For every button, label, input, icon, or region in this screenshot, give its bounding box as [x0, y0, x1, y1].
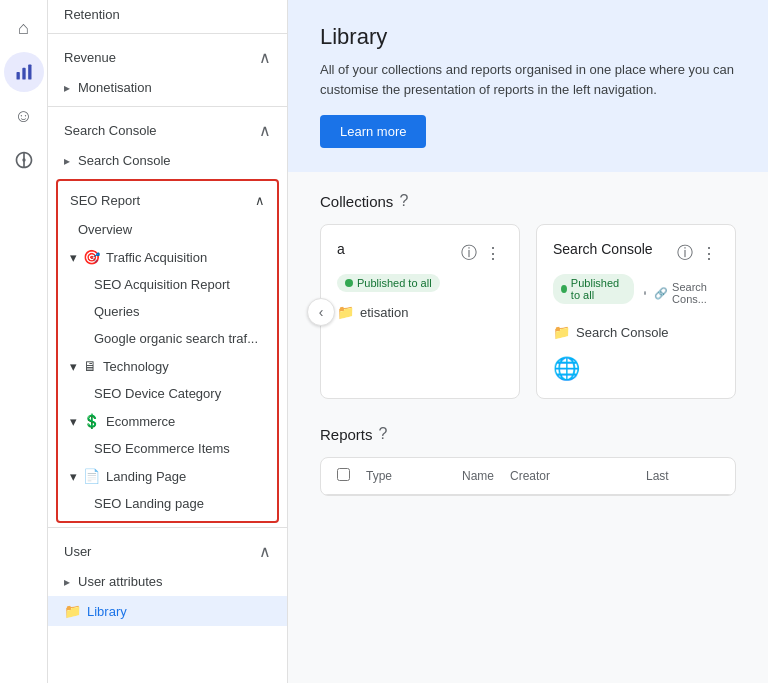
card-2-title: Search Console [553, 241, 653, 257]
link-icon: 🔗 [654, 287, 668, 300]
search-console-section-header: Search Console ∧ [48, 111, 287, 146]
search-console-chevron-icon[interactable]: ∧ [259, 121, 271, 140]
divider-1 [48, 33, 287, 34]
card-2-status-row: Published to all 🔗 Search Cons... [553, 274, 719, 312]
seo-report-section: SEO Report ∧ Overview ▾ 🎯 Traffic Acquis… [56, 179, 279, 523]
reports-section: Reports ? Type Name Creator Last [288, 409, 768, 506]
learn-more-button[interactable]: Learn more [320, 115, 426, 148]
col-name-header: Name [462, 469, 494, 483]
analytics-nav-icon[interactable] [4, 52, 44, 92]
ecommerce-icon: 💲 [83, 413, 100, 429]
search-console-arrow-icon: ▸ [64, 154, 70, 168]
card-2-link: 🔗 Search Cons... [640, 281, 720, 305]
sidebar-item-retention[interactable]: Retention [48, 0, 287, 29]
landing-arrow-icon: ▾ [70, 469, 77, 484]
collection-card-1: a ⓘ ⋮ Published to all 📁 etisation ‹ [320, 224, 520, 399]
sidebar-item-google-organic[interactable]: Google organic search traf... [58, 325, 277, 352]
sidebar-item-monetisation[interactable]: ▸ Monetisation [48, 73, 287, 102]
card-2-header: Search Console ⓘ ⋮ [553, 241, 719, 266]
header-checkbox [337, 468, 350, 484]
library-hero: Library All of your collections and repo… [288, 0, 768, 172]
sidebar-item-queries[interactable]: Queries [58, 298, 277, 325]
sidebar-item-technology[interactable]: ▾ 🖥 Technology [58, 352, 277, 380]
face-nav-icon[interactable]: ☺ [4, 96, 44, 136]
sidebar: Retention Revenue ∧ ▸ Monetisation Searc… [48, 0, 288, 683]
globe-icon: 🌐 [553, 356, 719, 382]
card-1-title: a [337, 241, 345, 257]
sidebar-item-seo-ecommerce[interactable]: SEO Ecommerce Items [58, 435, 277, 462]
collections-title: Collections ? [320, 192, 736, 210]
user-attr-arrow-icon: ▸ [64, 575, 70, 589]
col-creator-header: Creator [510, 469, 630, 483]
sidebar-item-landing-page[interactable]: ▾ 📄 Landing Page [58, 462, 277, 490]
sidebar-item-search-console[interactable]: ▸ Search Console [48, 146, 287, 175]
card-1-header: a ⓘ ⋮ [337, 241, 503, 266]
main-content: Library All of your collections and repo… [288, 0, 768, 683]
sidebar-item-seo-acquisition[interactable]: SEO Acquisition Report [58, 271, 277, 298]
library-folder-icon: 📁 [64, 603, 81, 619]
collection-card-search-console: Search Console ⓘ ⋮ Published to all 🔗 Se [536, 224, 736, 399]
divider-3 [48, 527, 287, 528]
antenna-nav-icon[interactable] [4, 140, 44, 180]
traffic-icon: 🎯 [83, 249, 100, 265]
card-2-info-icon[interactable]: ⓘ [675, 241, 695, 266]
col-last-header: Last [646, 469, 726, 483]
sidebar-item-user-attributes[interactable]: ▸ User attributes [48, 567, 287, 596]
technology-icon: 🖥 [83, 358, 97, 374]
icon-rail: ⌂ ☺ [0, 0, 48, 683]
revenue-chevron-icon[interactable]: ∧ [259, 48, 271, 67]
card-1-published-badge: Published to all [337, 274, 440, 292]
ecommerce-arrow-icon: ▾ [70, 414, 77, 429]
divider-2 [48, 106, 287, 107]
sidebar-item-traffic-acquisition[interactable]: ▾ 🎯 Traffic Acquisition [58, 243, 277, 271]
revenue-section-header: Revenue ∧ [48, 38, 287, 73]
svg-rect-2 [28, 65, 31, 80]
published-dot-2-icon [561, 285, 567, 293]
card-2-actions: ⓘ ⋮ [675, 241, 719, 266]
technology-arrow-icon: ▾ [70, 359, 77, 374]
collections-help-icon[interactable]: ? [399, 192, 408, 210]
home-nav-icon[interactable]: ⌂ [4, 8, 44, 48]
sidebar-item-ecommerce[interactable]: ▾ 💲 Ecommerce [58, 407, 277, 435]
collections-prev-arrow[interactable]: ‹ [307, 298, 335, 326]
library-title: Library [320, 24, 736, 50]
card-1-sub-item: 📁 etisation [337, 300, 503, 324]
reports-table-header: Type Name Creator Last [321, 458, 735, 495]
reports-table: Type Name Creator Last [320, 457, 736, 496]
sidebar-item-library[interactable]: 📁 Library [48, 596, 287, 626]
landing-icon: 📄 [83, 468, 100, 484]
sidebar-item-seo-landing[interactable]: SEO Landing page [58, 490, 277, 517]
seo-report-header[interactable]: SEO Report ∧ [58, 185, 277, 216]
sidebar-item-seo-device[interactable]: SEO Device Category [58, 380, 277, 407]
card-1-folder-icon: 📁 [337, 304, 354, 320]
col-type-header: Type [366, 469, 446, 483]
retention-label: Retention [64, 7, 120, 22]
select-all-checkbox[interactable] [337, 468, 350, 481]
monetisation-arrow-icon: ▸ [64, 81, 70, 95]
link-separator-icon [644, 291, 647, 295]
user-chevron-icon[interactable]: ∧ [259, 542, 271, 561]
library-description: All of your collections and reports orga… [320, 60, 736, 99]
card-2-more-icon[interactable]: ⋮ [699, 242, 719, 265]
collections-grid: a ⓘ ⋮ Published to all 📁 etisation ‹ [320, 224, 736, 399]
sidebar-item-overview[interactable]: Overview [58, 216, 277, 243]
card-1-info-icon[interactable]: ⓘ [459, 241, 479, 266]
card-2-folder-icon: 📁 [553, 324, 570, 340]
seo-report-chevron-icon[interactable]: ∧ [255, 193, 265, 208]
svg-rect-1 [22, 68, 25, 80]
card-2-published-badge: Published to all [553, 274, 634, 304]
traffic-arrow-icon: ▾ [70, 250, 77, 265]
reports-title: Reports ? [320, 425, 736, 443]
svg-rect-0 [16, 72, 19, 80]
card-1-actions: ⓘ ⋮ [459, 241, 503, 266]
published-dot-icon [345, 279, 353, 287]
collections-section: Collections ? a ⓘ ⋮ Published to all [288, 172, 768, 409]
reports-help-icon[interactable]: ? [379, 425, 388, 443]
card-1-more-icon[interactable]: ⋮ [483, 242, 503, 265]
card-2-sub-item: 📁 Search Console [553, 320, 719, 344]
user-section-header: User ∧ [48, 532, 287, 567]
